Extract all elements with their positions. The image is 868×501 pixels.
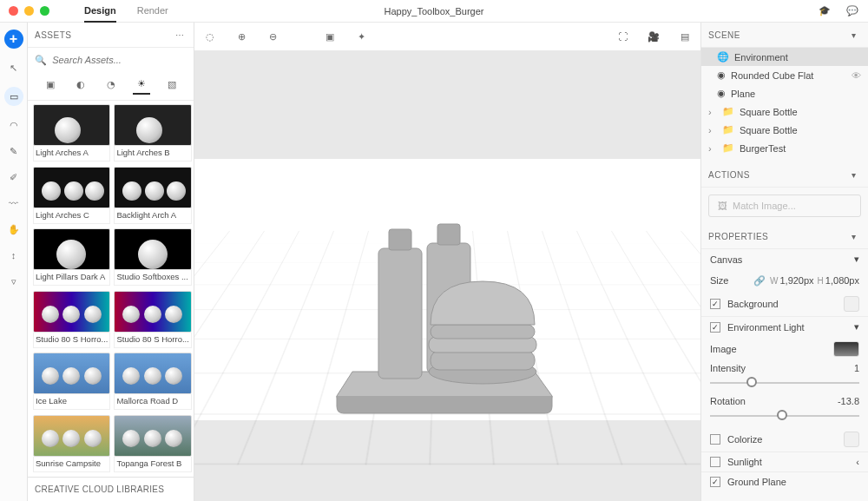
select-tool-icon[interactable]: ▭ xyxy=(4,87,23,106)
panel-menu-icon[interactable]: ⋯ xyxy=(173,28,187,42)
document-title: Happy_Toolbox_Burger xyxy=(385,6,484,16)
asset-card[interactable]: Studio 80 S Horro... xyxy=(33,291,110,350)
chevron-right-icon[interactable]: › xyxy=(708,107,717,117)
asset-card[interactable]: Mallorca Road D xyxy=(114,353,191,412)
tab-render[interactable]: Render xyxy=(137,0,168,22)
chevron-down-icon[interactable]: ▾ xyxy=(847,229,861,243)
svg-rect-5 xyxy=(431,351,535,370)
rotation-value[interactable]: -13.8 xyxy=(838,396,859,406)
magic-wand-icon[interactable]: ✎ xyxy=(7,144,21,158)
viewport: ◌ ⊕ ⊖ ▣ ✦ ⛶ 🎥 ▤ xyxy=(194,23,700,501)
intensity-value[interactable]: 1 xyxy=(854,363,859,373)
scene-item[interactable]: ›📁BurgerTest xyxy=(701,139,868,157)
orbit-tool-icon[interactable]: ◠ xyxy=(7,118,21,132)
scene-item[interactable]: ◉Plane xyxy=(701,84,868,102)
scene-item[interactable]: ◉Rounded Cube Flat👁 xyxy=(701,66,868,84)
background-checkbox[interactable] xyxy=(710,299,720,309)
move-tool-icon[interactable]: ↖ xyxy=(7,61,21,75)
scene-item[interactable]: ›📁Square Bottle xyxy=(701,102,868,121)
match-image-button[interactable]: 🖼Match Image... xyxy=(708,194,861,217)
width-value[interactable]: 1,920px xyxy=(779,275,813,286)
asset-card[interactable]: Light Pillars Dark A xyxy=(33,228,110,287)
chevron-down-icon[interactable]: ▾ xyxy=(854,321,859,333)
chevron-right-icon[interactable]: › xyxy=(708,143,717,154)
asset-card[interactable]: Topanga Forest B xyxy=(114,415,191,474)
chat-icon[interactable]: 💬 xyxy=(845,4,859,18)
asset-card[interactable]: Light Arches C xyxy=(33,167,110,226)
link-icon[interactable]: 🔗 xyxy=(753,274,766,287)
add-button[interactable]: + xyxy=(4,30,23,49)
maximize-window[interactable] xyxy=(40,6,49,16)
asset-card[interactable]: Studio Softboxes ... xyxy=(114,228,191,287)
effects-icon[interactable]: ✦ xyxy=(354,30,368,43)
colorize-checkbox[interactable] xyxy=(710,434,720,445)
colorize-swatch[interactable] xyxy=(844,432,859,447)
mode-tabs: Design Render xyxy=(84,0,168,22)
canvas-section[interactable]: Canvas▾ xyxy=(701,249,868,269)
assets-panel: ASSETS ⋯ 🔍 ▣ ◐ ◔ ☀ ▧ Light Arches A Ligh… xyxy=(28,23,194,501)
chevron-left-icon[interactable]: ‹ xyxy=(856,457,859,467)
minimize-window[interactable] xyxy=(24,6,34,16)
svg-rect-6 xyxy=(429,337,536,353)
shapes-category-icon[interactable]: ◔ xyxy=(102,77,120,95)
viewport-toolbar: ◌ ⊕ ⊖ ▣ ✦ ⛶ 🎥 ▤ xyxy=(194,23,700,50)
right-panel: SCENE▾ 🌐Environment ◉Rounded Cube Flat👁 … xyxy=(700,23,868,501)
asset-card[interactable]: Sunrise Campsite xyxy=(33,415,110,474)
env-image-swatch[interactable] xyxy=(833,341,859,357)
sphere-icon: ◉ xyxy=(717,88,726,99)
properties-header: PROPERTIES xyxy=(708,232,768,241)
tab-design[interactable]: Design xyxy=(84,0,116,23)
hand-tool-icon[interactable]: ✋ xyxy=(7,222,21,236)
sunlight-checkbox[interactable] xyxy=(710,457,720,467)
zoom-in-icon[interactable]: ⊕ xyxy=(234,30,248,43)
background-swatch[interactable] xyxy=(844,296,859,312)
env-light-checkbox[interactable] xyxy=(710,322,720,333)
folder-icon: 📁 xyxy=(722,124,734,135)
asset-card[interactable]: Ice Lake xyxy=(33,353,110,412)
eyedropper-icon[interactable]: ✐ xyxy=(7,170,21,184)
search-icon: 🔍 xyxy=(35,53,47,67)
chevron-down-icon[interactable]: ▾ xyxy=(847,168,861,181)
chevron-right-icon[interactable]: › xyxy=(708,125,717,135)
assets-header: ASSETS xyxy=(35,30,71,40)
models-category-icon[interactable]: ▣ xyxy=(42,77,59,95)
canvas[interactable] xyxy=(194,50,700,501)
images-category-icon[interactable]: ▧ xyxy=(163,77,181,95)
camera-icon[interactable]: 🎥 xyxy=(647,30,661,43)
intensity-slider[interactable] xyxy=(710,375,859,389)
actions-header: ACTIONS xyxy=(708,170,750,180)
materials-category-icon[interactable]: ◐ xyxy=(72,77,89,95)
rotation-slider[interactable] xyxy=(710,408,859,422)
asset-card[interactable]: Studio 80 S Horro... xyxy=(114,291,191,350)
horizon-tool-icon[interactable]: ▿ xyxy=(7,274,21,288)
chevron-down-icon: ▾ xyxy=(854,254,859,265)
asset-categories: ▣ ◐ ◔ ☀ ▧ xyxy=(28,72,194,101)
window-controls xyxy=(9,6,49,16)
fullscreen-icon[interactable]: ⛶ xyxy=(615,30,629,43)
frame-icon[interactable]: ▣ xyxy=(323,30,337,43)
dolly-tool-icon[interactable]: ↕ xyxy=(7,248,21,262)
scene-item-environment[interactable]: 🌐Environment xyxy=(701,48,868,66)
svg-rect-1 xyxy=(389,229,411,250)
ground-plane-checkbox[interactable] xyxy=(710,477,720,487)
assets-search-input[interactable] xyxy=(52,55,187,65)
zoom-out-icon[interactable]: ⊖ xyxy=(266,30,279,43)
asset-card[interactable]: Light Arches A xyxy=(33,104,110,163)
scene-item[interactable]: ›📁Square Bottle xyxy=(701,121,868,139)
lights-category-icon[interactable]: ☀ xyxy=(133,77,150,95)
learn-icon[interactable]: 🎓 xyxy=(818,4,832,18)
scene-header: SCENE xyxy=(708,30,740,40)
titlebar: Design Render Happy_Toolbox_Burger 🎓 💬 xyxy=(0,0,868,23)
chevron-down-icon[interactable]: ▾ xyxy=(847,28,861,42)
folder-icon: 📁 xyxy=(722,106,734,117)
svg-rect-3 xyxy=(437,224,460,245)
visibility-icon[interactable]: 👁 xyxy=(852,70,861,81)
height-value[interactable]: 1,080px xyxy=(825,275,859,286)
lasso-icon[interactable]: 〰 xyxy=(7,196,21,210)
cc-libraries-header[interactable]: CREATIVE CLOUD LIBRARIES xyxy=(28,477,194,501)
marquee-icon[interactable]: ◌ xyxy=(203,30,217,43)
asset-card[interactable]: Light Arches B xyxy=(114,104,191,163)
render-settings-icon[interactable]: ▤ xyxy=(678,30,692,43)
close-window[interactable] xyxy=(9,6,18,16)
asset-card[interactable]: Backlight Arch A xyxy=(114,167,191,226)
